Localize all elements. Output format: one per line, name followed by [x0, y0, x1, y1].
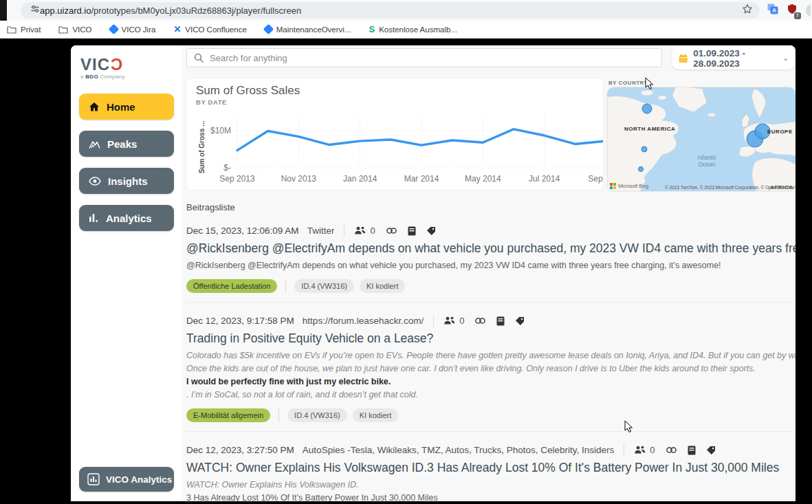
tag-divider	[278, 408, 279, 422]
main-content: 01.09.2023 - 28.09.2023 ⌄ Sum of Gross S…	[182, 45, 795, 501]
book-icon[interactable]	[408, 226, 416, 236]
post-date: Dec 12, 2023, 3:27:50 PM	[186, 445, 294, 455]
tag-pill-gray[interactable]: ID.4 (VW316)	[294, 279, 354, 293]
date-range-label: 01.09.2023 - 28.09.2023	[693, 48, 777, 69]
tag-pill-gray[interactable]: ID.4 (VW316)	[287, 408, 347, 422]
svg-text:A: A	[772, 7, 776, 14]
tag-icon[interactable]	[706, 446, 716, 455]
post-body-line: Colorado has $5k incentive on EVs if you…	[186, 349, 795, 362]
post-tags: Öffentliche LadestationID.4 (VW316)KI ko…	[186, 279, 795, 293]
tag-pill-green[interactable]: E-Mobilität allgemein	[186, 408, 270, 422]
site-info-icon[interactable]	[30, 4, 40, 17]
url-text[interactable]: app.uizard.io/prototypes/bM0yoLjx03uRdz6…	[40, 6, 742, 16]
post-body: @RickIsenberg @ElectrifyAm depends on wh…	[186, 259, 795, 272]
country-map-card: BY COUNTRY	[607, 78, 795, 191]
chevron-down-icon: ⌄	[783, 54, 789, 62]
map-bubble-united-states[interactable]	[641, 146, 647, 152]
bookmark-vico-confluence[interactable]: ✕VICO Confluence	[173, 25, 246, 34]
bookmark-kostenlose[interactable]: SKostenlose Ausmalb...	[369, 25, 457, 34]
url-bar[interactable]: app.uizard.io/prototypes/bM0yoLjx03uRdz6…	[21, 2, 760, 19]
post-tags: E-Mobilität allgemeinID.4 (VW316)KI kodi…	[186, 408, 795, 422]
bookmark-star-icon[interactable]	[742, 3, 753, 17]
post-title[interactable]: @RickIsenberg @ElectrifyAm depends on wh…	[186, 241, 795, 256]
post-source[interactable]: Twitter	[307, 226, 335, 236]
post-meta: Dec 15, 2023, 12:06:09 AM Twitter 0	[186, 225, 795, 237]
book-icon[interactable]	[496, 316, 505, 326]
search-box[interactable]	[186, 48, 662, 67]
search-icon	[194, 53, 204, 63]
bookmark-maintenance[interactable]: MaintenanceOvervi...	[265, 25, 351, 34]
tag-pill-gray[interactable]: KI kodiert	[353, 408, 398, 422]
folder-icon	[8, 27, 16, 33]
svg-text:Sep 2014: Sep 2014	[588, 174, 603, 184]
bookmark-privat[interactable]: Privat	[7, 25, 41, 34]
book-icon[interactable]	[688, 446, 696, 455]
post-item: Dec 15, 2023, 12:06:09 AM Twitter 0 @Ric…	[186, 225, 795, 303]
bing-logo: Microsoft Bing	[610, 183, 648, 189]
post-body-line: I would be perfectly fine with just my e…	[186, 375, 795, 388]
meta-divider	[344, 225, 344, 237]
map-bubble-mexico[interactable]	[638, 167, 643, 172]
country-map[interactable]: NORTH AMERICA EUROPE AFRICA Atlantic Oce…	[607, 87, 795, 191]
bookmark-vico-jira[interactable]: VICO Jira	[110, 25, 156, 34]
svg-text:Jan 2014: Jan 2014	[343, 174, 377, 184]
microsoft-logo-icon	[610, 183, 616, 189]
sidebar-item-home[interactable]: Home	[79, 94, 174, 120]
map-bubble-canada[interactable]	[642, 104, 652, 113]
post-date: Dec 12, 2023, 9:17:58 PM	[186, 316, 294, 326]
calendar-icon	[679, 53, 688, 64]
tag-icon[interactable]	[515, 316, 525, 326]
audience-count: 0	[650, 445, 655, 455]
s-icon: S	[369, 25, 375, 34]
post-title[interactable]: WATCH: Owner Explains His Volkswagen ID.…	[186, 461, 795, 475]
chart-subtitle: BY DATE	[196, 98, 603, 106]
audience-count: 0	[370, 226, 375, 236]
post-body-line: Once the kids are out of the house, we p…	[186, 362, 795, 375]
sidebar-item-analytics[interactable]: Analytics	[79, 205, 174, 231]
app-window: VICC a BDO Company Home Peaks Insights A…	[71, 45, 795, 501]
vico-analytics-button[interactable]: VICO Analytics	[79, 467, 174, 492]
post-meta: Dec 12, 2023, 9:17:58 PM https://forum.l…	[186, 315, 795, 327]
audience-icon[interactable]	[634, 446, 647, 455]
post-divider	[186, 302, 795, 303]
post-date: Dec 15, 2023, 12:06:09 AM	[186, 226, 299, 236]
profile-avatar[interactable]	[806, 3, 811, 17]
post-body-line: 3 Has Already Lost 10% Of It's Battery P…	[186, 492, 795, 501]
svg-text:$-: $-	[223, 163, 231, 173]
posts-heading: Beitragsliste	[186, 202, 795, 212]
link-icon[interactable]	[666, 446, 677, 454]
svg-text:Sum of Gross ...: Sum of Gross ...	[198, 120, 206, 173]
extension-icon[interactable]: 7	[787, 3, 798, 17]
chart-title: Sum of Gross Sales	[196, 84, 603, 98]
post-source[interactable]: AutoSpies -Tesla, Wikileaks, TMZ, Autos,…	[303, 445, 614, 455]
bookmark-vico[interactable]: VICO	[58, 25, 91, 34]
tag-pill-green[interactable]: Öffentliche Ladestation	[186, 279, 277, 293]
sidebar-item-insights[interactable]: Insights	[79, 168, 174, 194]
meta-divider	[433, 315, 434, 327]
gross-sales-line-chart: $10M$-Sep 2013Nov 2013Jan 2014Mar 2014Ma…	[196, 106, 603, 187]
post-body: WATCH: Owner Explains His Volkswagen ID.…	[186, 479, 795, 501]
link-icon[interactable]	[386, 226, 397, 235]
tag-icon[interactable]	[426, 226, 436, 236]
date-range-picker[interactable]: 01.09.2023 - 28.09.2023 ⌄	[672, 47, 795, 69]
post-divider	[186, 431, 795, 432]
svg-text:Mar 2014: Mar 2014	[404, 174, 439, 184]
audience-icon[interactable]	[354, 226, 367, 236]
post-title[interactable]: Trading in Positive Equity Vehicle on a …	[186, 331, 795, 346]
window-edge	[0, 0, 7, 21]
post-meta: Dec 12, 2023, 3:27:50 PM AutoSpies -Tesl…	[186, 444, 795, 456]
sidebar-item-peaks[interactable]: Peaks	[79, 131, 174, 157]
analytics-panel-icon	[87, 473, 100, 485]
folder-icon	[59, 27, 67, 33]
bookmarks-bar: Privat VICO VICO Jira ✕VICO Confluence M…	[0, 21, 812, 39]
map-label-atlantic-1: Atlantic	[697, 154, 717, 161]
svg-text:$10M: $10M	[210, 126, 231, 135]
post-source[interactable]: https://forum.leasehackr.com/	[303, 316, 424, 326]
link-icon[interactable]	[474, 316, 486, 325]
audience-icon[interactable]	[443, 316, 457, 326]
home-icon	[89, 102, 100, 112]
search-input[interactable]	[210, 53, 655, 63]
map-attribution: © 2023 TomTom, © 2023 Microsoft Corporat…	[665, 185, 795, 190]
tag-pill-gray[interactable]: KI kodiert	[360, 279, 405, 293]
translate-icon[interactable]: A	[767, 3, 778, 17]
